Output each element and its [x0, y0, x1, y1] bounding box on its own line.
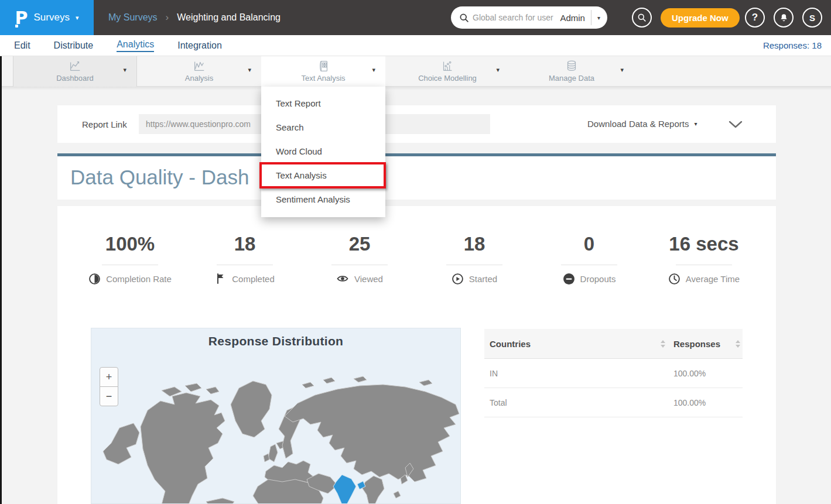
global-search-bar[interactable]: Admin ▾: [451, 6, 607, 29]
tab-label: Text Analysis: [261, 74, 385, 83]
table-row: IN 100.00%: [484, 359, 743, 388]
nav-tab-distribute[interactable]: Distribute: [54, 40, 94, 51]
chevron-down-icon[interactable]: ▾: [372, 66, 375, 74]
global-search-input[interactable]: [469, 13, 560, 22]
table-header-row: Countries Responses: [484, 329, 743, 359]
stat-value: 25: [302, 233, 417, 255]
responses-cell: 100.00%: [673, 398, 743, 407]
world-map[interactable]: [91, 328, 461, 504]
menu-item-text-analysis[interactable]: Text Analysis: [261, 163, 385, 187]
nav-tab-edit[interactable]: Edit: [14, 40, 30, 51]
toolbar-tab-analysis[interactable]: Analysis ▾: [137, 56, 261, 87]
page-title: Data Quality - Dash: [70, 166, 249, 189]
toolbar-tab-manage-data[interactable]: Manage Data ▾: [509, 56, 634, 87]
breadcrumb-my-surveys[interactable]: My Surveys: [108, 12, 158, 23]
nav-tab-analytics[interactable]: Analytics: [117, 39, 154, 52]
stat-viewed: 25 Viewed: [302, 233, 417, 285]
text-analysis-menu: Text Report Search Word Cloud Text Analy…: [261, 87, 385, 217]
help-button[interactable]: ?: [745, 8, 765, 28]
menu-item-text-report[interactable]: Text Report: [261, 91, 385, 115]
window-left-edge: [0, 56, 2, 504]
download-data-reports-label: Download Data & Reports: [587, 119, 689, 129]
divider: [591, 10, 591, 25]
stat-average-time: 16 secs Average Time: [647, 233, 761, 285]
stat-label: Average Time: [686, 274, 740, 284]
toolbar-tab-text-analysis[interactable]: Text Analysis ▾: [261, 56, 385, 87]
header-search-button[interactable]: [632, 8, 652, 28]
breadcrumb-separator-icon: ›: [166, 12, 169, 23]
stat-value: 18: [187, 233, 302, 255]
map-alaska: [103, 423, 139, 464]
report-link-card: Report Link Download Data & Reports ▾: [57, 105, 776, 143]
breadcrumb: My Surveys › Weighting and Balancing: [108, 0, 281, 35]
chevron-down-icon[interactable]: ▾: [123, 66, 126, 74]
column-label: Responses: [673, 339, 720, 349]
menu-item-sentiment-analysis[interactable]: Sentiment Analysis: [261, 187, 385, 211]
stat-value: 0: [532, 233, 647, 255]
notifications-button[interactable]: [774, 8, 794, 28]
report-link-label: Report Link: [82, 119, 127, 129]
column-header-responses[interactable]: Responses: [673, 339, 743, 349]
breadcrumb-survey-name: Weighting and Balancing: [177, 12, 281, 23]
column-header-countries[interactable]: Countries: [484, 339, 673, 349]
divider: [446, 265, 502, 265]
stat-label: Dropouts: [580, 274, 616, 284]
play-circle-icon: [452, 273, 464, 285]
search-scope-dropdown[interactable]: ▾: [597, 15, 601, 21]
response-distribution-map: Response Distribution + −: [91, 328, 461, 504]
tab-label: Choice Modelling: [385, 74, 509, 83]
data-quality-section: Data Quality - Dash: [57, 153, 776, 200]
user-avatar[interactable]: S: [802, 8, 822, 28]
divider: [102, 265, 158, 265]
map-asia: [285, 385, 459, 482]
sort-icon[interactable]: [661, 340, 665, 348]
tab-label: Manage Data: [509, 74, 634, 83]
divider: [676, 265, 732, 265]
text-report-icon: [316, 59, 331, 73]
stat-label: Completion Rate: [106, 274, 172, 284]
sort-icon[interactable]: [736, 340, 740, 348]
stat-completion-rate: 100% Completion Rate: [73, 233, 187, 285]
toolbar-tab-choice-modelling[interactable]: Choice Modelling ▾: [385, 56, 509, 87]
menu-item-search[interactable]: Search: [261, 115, 385, 139]
map-south-america: [206, 498, 234, 504]
product-switcher[interactable]: P Surveys ▾: [0, 0, 94, 35]
line-chart-icon: [67, 59, 83, 73]
upgrade-now-button[interactable]: Upgrade Now: [661, 8, 740, 28]
completion-rate-icon: [88, 273, 101, 285]
divider: [217, 265, 273, 265]
map-north-america: [141, 393, 225, 504]
bell-icon: [779, 13, 789, 23]
flag-icon: [215, 273, 227, 284]
map-zoom-controls: + −: [100, 367, 118, 406]
tab-label: Analysis: [137, 74, 261, 83]
nav-tab-integration[interactable]: Integration: [177, 40, 222, 51]
map-zoom-in-button[interactable]: +: [100, 367, 118, 387]
chevron-down-icon[interactable]: ▾: [496, 66, 500, 74]
database-icon: [564, 59, 579, 73]
stat-completed: 18 Completed: [187, 233, 302, 285]
product-menu-label: Surveys: [34, 12, 70, 23]
download-data-reports-dropdown[interactable]: Download Data & Reports ▾: [587, 119, 697, 129]
map-zoom-out-button[interactable]: −: [100, 386, 118, 406]
stat-value: 16 secs: [647, 233, 761, 255]
map-se-asia: [362, 476, 384, 504]
analytics-toolbar: Dashboard ▾ Analysis ▾ Text Analysis ▾: [0, 56, 831, 87]
countries-table: Countries Responses IN 100.00% Total 100…: [484, 329, 743, 417]
minus-circle-icon: [563, 273, 575, 285]
country-cell: IN: [484, 369, 673, 378]
search-icon: [637, 13, 647, 22]
map-india-highlight: [333, 475, 356, 504]
stat-started: 18 Started: [417, 233, 532, 285]
chevron-down-icon: ▾: [76, 14, 79, 22]
app-window: P Surveys ▾ My Surveys › Weighting and B…: [0, 0, 831, 504]
chevron-down-icon[interactable]: ▾: [248, 66, 251, 74]
stat-label: Completed: [232, 274, 275, 284]
collapse-section-chevron[interactable]: [729, 121, 743, 131]
map-greenland: [231, 381, 272, 437]
chevron-down-icon[interactable]: ▾: [620, 66, 624, 74]
divider: [331, 265, 388, 265]
toolbar-tab-dashboard[interactable]: Dashboard ▾: [13, 56, 137, 87]
tab-label: Dashboard: [13, 74, 136, 83]
menu-item-word-cloud[interactable]: Word Cloud: [261, 139, 385, 163]
